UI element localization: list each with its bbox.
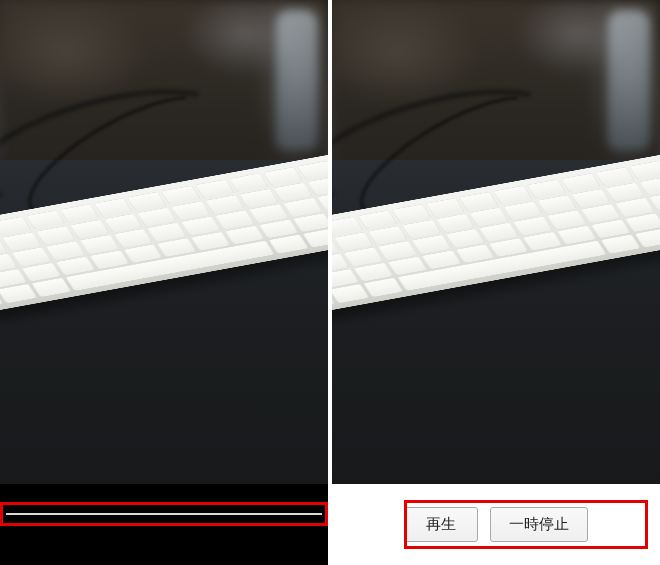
before-panel <box>0 0 328 565</box>
video-preview <box>332 0 660 484</box>
play-button[interactable]: 再生 <box>404 507 478 542</box>
pause-button[interactable]: 一時停止 <box>490 507 588 542</box>
scrub-bar[interactable] <box>6 513 322 515</box>
custom-controls-area: 再生 一時停止 <box>332 484 660 565</box>
video-preview <box>0 0 328 484</box>
after-panel: 再生 一時停止 <box>332 0 660 565</box>
default-controls-area <box>0 484 328 565</box>
